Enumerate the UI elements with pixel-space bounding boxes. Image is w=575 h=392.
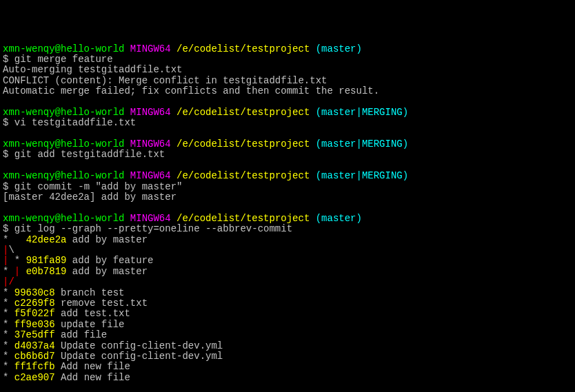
log-line: * ff1fcfb Add new file [3,362,572,372]
branch: (master|MERGING) [316,170,408,181]
commit-msg: branch test [61,287,124,298]
log-graph: |/ [3,277,572,287]
commit-hash: c2269f8 [14,298,55,309]
command-line: $ git commit -m "add by master" [3,182,572,192]
log-line: * ff9e036 update file [3,320,572,330]
commit-msg: add by feature [72,255,154,266]
output-line: Auto-merging testgitaddfile.txt [3,65,572,75]
prompt-line: xmn-wenqy@hello-world MINGW64 /e/codelis… [3,44,572,54]
log-line: * 42dee2a add by master [3,235,572,245]
output-line: [master 42dee2a] add by master [3,192,572,203]
branch: (master|MERGING) [316,138,408,149]
commit-hash: 99630c8 [14,287,55,298]
system: MINGW64 [130,107,171,118]
command: git add testgitaddfile.txt [14,149,165,160]
prompt-line: xmn-wenqy@hello-world MINGW64 /e/codelis… [3,139,572,149]
terminal-output[interactable]: xmn-wenqy@hello-world MINGW64 /e/codelis… [3,44,572,392]
command-line: $ git merge feature [3,54,572,65]
prompt-line: xmn-wenqy@hello-world MINGW64 /e/codelis… [3,171,572,181]
command: git commit -m "add by master" [14,181,183,192]
commit-msg: Update config-client-dev.yml [61,351,223,362]
branch: (master) [316,43,362,54]
system: MINGW64 [130,170,171,181]
user-host: xmn-wenqy@hello-world [3,43,124,54]
log-line: * | e0b7819 add by master [3,267,572,277]
branch: (master) [316,213,362,224]
commit-msg: add by master [72,266,148,277]
branch: (master|MERGING) [316,107,408,118]
command: git log --graph --pretty=oneline --abbre… [14,223,292,234]
path: /e/codelist/testproject [176,43,310,54]
system: MINGW64 [130,43,171,54]
commit-hash: f5f022f [14,308,55,319]
system: MINGW64 [130,213,171,224]
commit-msg: Add new file [61,361,130,372]
commit-hash: 37e5dff [14,329,55,340]
commit-hash: 42dee2a [26,234,67,245]
system: MINGW64 [130,138,171,149]
path: /e/codelist/testproject [176,138,310,149]
log-line: * d4037a4 Update config-client-dev.yml [3,341,572,351]
user-host: xmn-wenqy@hello-world [3,170,124,181]
commit-msg: remove test.txt [61,298,148,309]
log-line: * c2269f8 remove test.txt [3,298,572,309]
prompt-line: xmn-wenqy@hello-world MINGW64 /e/codelis… [3,107,572,118]
path: /e/codelist/testproject [176,170,310,181]
commit-hash: cb6b6d7 [14,351,55,362]
path: /e/codelist/testproject [176,213,310,224]
log-line: * 99630c8 branch test [3,288,572,298]
commit-msg: Add new file [61,372,130,383]
commit-msg: add test.txt [61,308,130,319]
log-line: * c2ae907 Add new file [3,373,572,383]
log-line: * 37e5dff add file [3,330,572,340]
commit-msg: Update config-client-dev.yml [61,340,223,351]
user-host: xmn-wenqy@hello-world [3,107,124,118]
commit-hash: ff1fcfb [14,361,55,372]
output-line: CONFLICT (content): Merge conflict in te… [3,76,572,86]
command: git merge feature [14,54,113,65]
log-graph: |\ [3,245,572,256]
commit-hash: e0b7819 [26,266,67,277]
command-line: $ git log --graph --pretty=oneline --abb… [3,224,572,234]
commit-hash: c2ae907 [14,372,55,383]
commit-msg: add file [61,329,107,340]
commit-hash: 981fa89 [26,255,67,266]
user-host: xmn-wenqy@hello-world [3,138,124,149]
commit-hash: d4037a4 [14,340,55,351]
user-host: xmn-wenqy@hello-world [3,213,124,224]
log-line: * cb6b6d7 Update config-client-dev.yml [3,351,572,362]
output-line: Automatic merge failed; fix conflicts an… [3,86,572,96]
log-line: * f5f022f add test.txt [3,309,572,319]
command: vi testgitaddfile.txt [14,117,136,128]
commit-msg: update file [61,319,124,330]
commit-msg: add by master [72,234,148,245]
prompt-line: xmn-wenqy@hello-world MINGW64 /e/codelis… [3,214,572,224]
commit-hash: ff9e036 [14,319,55,330]
log-line: | * 981fa89 add by feature [3,256,572,266]
path: /e/codelist/testproject [176,107,310,118]
command-line: $ vi testgitaddfile.txt [3,118,572,128]
command-line: $ git add testgitaddfile.txt [3,149,572,160]
